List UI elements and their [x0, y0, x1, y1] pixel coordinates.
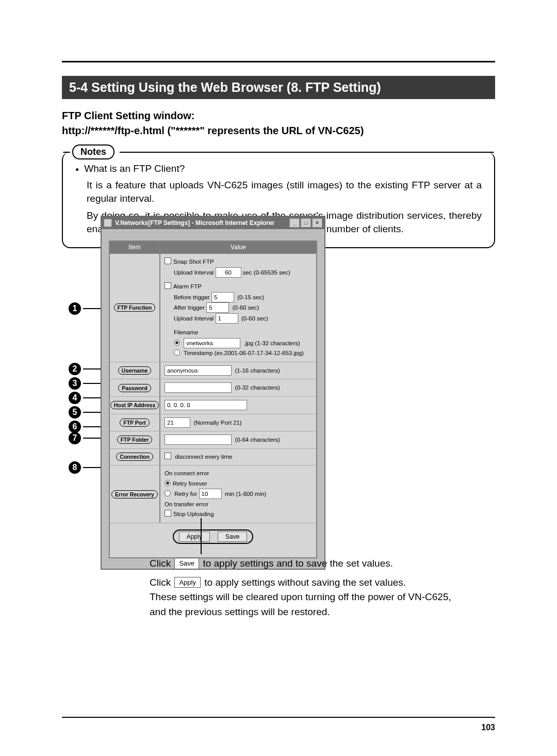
checkbox-snapshot-ftp[interactable] [165, 258, 171, 264]
callout-5: 5 [69, 406, 101, 419]
save-button[interactable]: Save [218, 532, 247, 542]
filename-input[interactable] [184, 338, 240, 348]
alarm-ftp-label: Alarm FTP [173, 283, 202, 289]
before-trigger-label: Before trigger [174, 294, 210, 300]
callout-1: 1 [69, 302, 101, 315]
stop-uploading-label: Stop Uploading [173, 511, 214, 517]
top-rule [62, 61, 495, 62]
table-header: Item Value [110, 242, 316, 254]
window-title: V.Networks[FTP Settings] - Microsoft Int… [115, 219, 289, 227]
ie-icon [104, 219, 112, 227]
notes-paragraph-1: It is a feature that uploads VN-C625 ima… [75, 179, 482, 205]
after-trigger-label: After trigger [174, 304, 205, 311]
password-hint: (0-32 characters) [235, 384, 280, 391]
checkbox-stop-uploading[interactable] [165, 510, 171, 517]
label-username: Username [118, 366, 152, 375]
apply-button[interactable]: Apply [179, 532, 210, 542]
ftp-folder-input[interactable] [165, 435, 232, 445]
label-host-ip: Host IP Address [110, 401, 159, 409]
row-error-recovery: Error Recovery On connect error Retry fo… [110, 465, 316, 523]
label-ftp-function: FTP Function [114, 303, 156, 312]
screenshot-window: 1 2 3 4 5 6 7 8 V.Networks[FTP Settings]… [101, 216, 325, 570]
explanation-block: Click Save to apply settings and to save… [150, 556, 495, 619]
callout-4: 4 [69, 392, 101, 404]
username-input[interactable] [165, 365, 232, 376]
callout-pointer-line [201, 518, 202, 554]
ftp-port-input[interactable] [165, 417, 190, 428]
row-password: Password (0-32 characters) [110, 379, 316, 397]
upload-interval-input[interactable] [216, 267, 241, 278]
radio-filename-timestamp[interactable] [174, 349, 180, 356]
callout-3: 3 [69, 377, 101, 390]
page-number: 103 [481, 723, 495, 732]
row-ftp-port: FTP Port (Normally Port 21) [110, 414, 316, 432]
label-password: Password [118, 384, 151, 392]
close-button[interactable]: × [312, 218, 322, 228]
retry-for-label: Retry for [174, 491, 197, 497]
row-username: Username (1-16 characters) [110, 362, 316, 380]
footer-rule [62, 717, 495, 718]
snapshot-ftp-label: Snap Shot FTP [173, 259, 214, 265]
alarm-upload-interval-input[interactable] [216, 313, 238, 324]
section-title: 5-4 Setting Using the Web Browser (8. FT… [62, 76, 495, 99]
disconnect-label: disconnect every time [175, 454, 232, 460]
callout-8: 8 [69, 461, 101, 474]
explain-save-text: to apply settings and to save the set va… [203, 558, 393, 569]
label-error-recovery: Error Recovery [111, 490, 158, 498]
after-trigger-input[interactable] [206, 302, 229, 313]
before-trigger-input[interactable] [211, 292, 234, 302]
username-hint: (1-16 characters) [235, 367, 280, 374]
subheading: FTP Client Setting window: http://******… [62, 108, 495, 138]
retry-for-input[interactable] [199, 489, 222, 499]
button-row: Apply Save [110, 523, 316, 557]
radio-retry-forever[interactable] [165, 480, 171, 486]
alarm-upload-interval-hint: (0-60 sec) [241, 315, 268, 321]
filename-hint: .jpg (1-32 characters) [244, 340, 300, 346]
explain-click-1: Click [150, 558, 171, 569]
retry-forever-label: Retry forever [173, 480, 207, 487]
explain-click-2: Click [150, 577, 171, 588]
header-item: Item [110, 242, 160, 253]
host-ip-input[interactable] [165, 400, 247, 410]
apply-button-highlight: Apply Save [173, 529, 254, 544]
row-host-ip: Host IP Address [110, 397, 316, 414]
callout-2: 2 [69, 363, 101, 375]
radio-filename-custom[interactable] [174, 340, 180, 346]
label-connection: Connection [116, 453, 153, 461]
label-ftp-port: FTP Port [120, 419, 150, 427]
row-ftp-function: FTP Function Snap Shot FTP Upload Interv… [110, 254, 316, 362]
on-connect-error-label: On connect error [165, 469, 312, 479]
retry-for-hint: min (1-600 min) [225, 491, 267, 497]
filename-label: Filename [174, 329, 198, 335]
radio-retry-for[interactable] [165, 490, 171, 496]
header-value: Value [160, 242, 316, 253]
minimize-button[interactable]: _ [289, 218, 300, 228]
row-ftp-folder: FTP Folder (0-64 characters) [110, 431, 316, 449]
ftp-folder-hint: (0-64 characters) [235, 437, 280, 443]
timestamp-label: Timestamp (ex.2001-06-07-17-34-12-653.jp… [184, 350, 304, 356]
on-transfer-error-label: On transfer error [165, 500, 312, 510]
settings-table: Item Value FTP Function Snap Shot FTP Up… [109, 240, 317, 558]
notes-question: What is an FTP Client? [75, 162, 482, 175]
label-ftp-folder: FTP Folder [117, 436, 153, 444]
titlebar: V.Networks[FTP Settings] - Microsoft Int… [102, 217, 324, 229]
maximize-button[interactable]: □ [301, 218, 311, 228]
checkbox-alarm-ftp[interactable] [165, 282, 171, 289]
password-input[interactable] [165, 382, 232, 393]
ie-window: V.Networks[FTP Settings] - Microsoft Int… [101, 216, 325, 570]
ftp-port-hint: (Normally Port 21) [193, 420, 241, 426]
notes-label: Notes [72, 144, 114, 159]
upload-interval-hint: sec (0-65535 sec) [243, 269, 290, 276]
alarm-upload-interval-label: Upload Interval [174, 315, 214, 321]
before-trigger-hint: (0-15 sec) [237, 294, 264, 300]
upload-interval-label: Upload Interval [174, 269, 214, 276]
checkbox-disconnect[interactable] [165, 453, 171, 459]
subhead-line1: FTP Client Setting window: [62, 108, 495, 123]
explain-note-1: These settings will be cleared upon turn… [150, 590, 495, 605]
callout-7: 7 [69, 432, 101, 444]
after-trigger-hint: (0-60 sec) [233, 304, 259, 311]
row-connection: Connection disconnect every time [110, 449, 316, 466]
explain-note-2: and the previous settings will be restor… [150, 605, 495, 620]
inline-save-button: Save [174, 558, 199, 569]
inline-apply-button: Apply [174, 577, 201, 588]
